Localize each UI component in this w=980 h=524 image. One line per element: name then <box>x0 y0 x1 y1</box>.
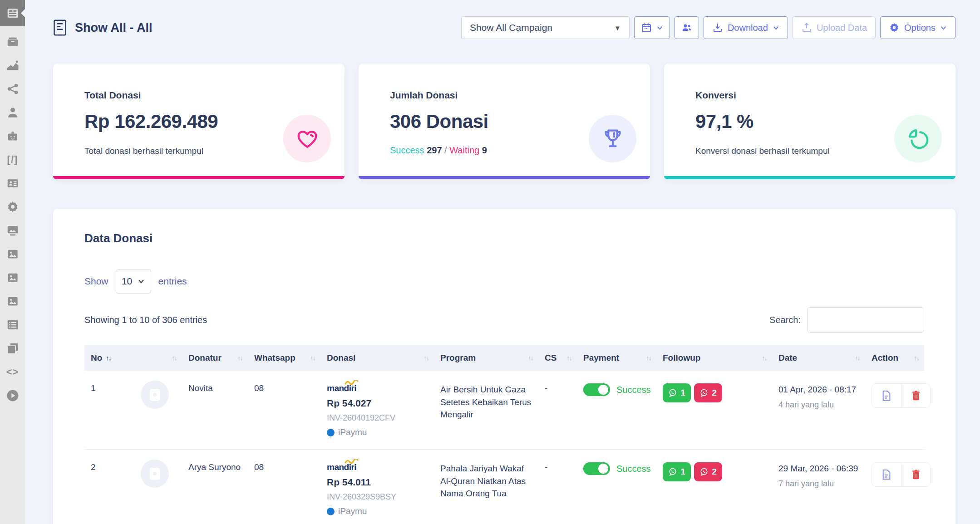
sidebar-item-list[interactable] <box>0 313 25 337</box>
sidebar-item-chart[interactable] <box>0 54 25 77</box>
options-label: Options <box>904 23 936 33</box>
sidebar-item-image[interactable] <box>0 242 25 266</box>
sidebar-item-id-card[interactable] <box>0 171 25 195</box>
donation-date: 29 Mar, 2026 - 06:39 <box>778 462 860 475</box>
search-input[interactable] <box>807 307 924 333</box>
options-button[interactable]: Options <box>880 16 955 39</box>
payment-status-toggle[interactable] <box>583 462 610 475</box>
followup-1-count: 1 <box>680 388 685 398</box>
donation-date: 01 Apr, 2026 - 08:17 <box>778 383 860 397</box>
donor-name: Novita <box>188 383 213 393</box>
users-icon <box>681 22 692 33</box>
sort-icon[interactable]: ↑↓ <box>172 354 177 362</box>
share-icon <box>6 82 20 96</box>
whatsapp-number: 08 <box>254 462 264 472</box>
sort-icon[interactable]: ↑↓ <box>310 354 315 362</box>
payment-gateway: iPaymu <box>327 506 428 516</box>
sidebar-item-image-2[interactable] <box>0 266 25 289</box>
sort-icon[interactable]: ↑↓ <box>914 354 919 362</box>
whatsapp-icon <box>699 467 709 476</box>
sort-icon[interactable]: ↑↓ <box>528 354 533 362</box>
search-label: Search: <box>769 315 801 325</box>
payment-method-logo: mandiri <box>327 383 428 393</box>
gateway-name: iPaymu <box>338 427 367 437</box>
followup-whatsapp-1-button[interactable]: 1 <box>663 462 691 481</box>
sidebar-item-table[interactable] <box>0 0 25 26</box>
sidebar-item-brackets[interactable]: [/] <box>0 148 25 171</box>
download-button[interactable]: Download <box>704 16 788 39</box>
action-button-group <box>872 383 931 408</box>
upload-data-button[interactable]: Upload Data <box>793 16 876 39</box>
image-icon <box>6 294 20 308</box>
table-header-row: No↑↓ ↑↓ Donatur↑↓ Whatsapp↑↓ Donasi↑↓ Pr… <box>84 345 924 371</box>
donors-button[interactable] <box>675 16 699 39</box>
donation-table: No↑↓ ↑↓ Donatur↑↓ Whatsapp↑↓ Donasi↑↓ Pr… <box>84 345 924 524</box>
invoice-number: INV-26040192CFV <box>327 413 428 423</box>
entries-label: entries <box>158 276 187 287</box>
col-header-whatsapp: Whatsapp <box>254 353 295 363</box>
upload-data-label: Upload Data <box>817 23 867 33</box>
gear-icon <box>6 200 20 214</box>
waiting-label: Waiting <box>449 145 479 155</box>
calendar-filter-button[interactable] <box>634 16 670 39</box>
col-header-date: Date <box>778 353 797 363</box>
sort-icon[interactable]: ↑↓ <box>424 354 428 362</box>
sort-icon[interactable]: ↑↓ <box>106 354 111 362</box>
page-title-wrap: Show All - All <box>53 19 153 36</box>
avatar-placeholder-icon <box>150 468 160 480</box>
document-icon <box>882 469 891 480</box>
relative-time: 7 hari yang lalu <box>778 479 860 489</box>
chevron-down-icon <box>656 24 663 31</box>
delete-button[interactable] <box>901 463 930 486</box>
program-name: Air Bersih Untuk Gaza Setetes Kebaikan T… <box>440 383 533 421</box>
campaign-select[interactable]: Show All Campaign ▼ <box>461 16 630 39</box>
caret-down-icon: ▼ <box>614 24 621 32</box>
sort-icon[interactable]: ↑↓ <box>237 354 242 362</box>
sort-icon[interactable]: ↑↓ <box>566 354 571 362</box>
followup-whatsapp-2-button[interactable]: 2 <box>694 383 722 402</box>
view-detail-button[interactable] <box>872 384 901 407</box>
stat-subtext: Total donasi berhasil terkumpul <box>84 146 218 156</box>
sort-icon[interactable]: ↑↓ <box>646 354 651 362</box>
gateway-dot-icon <box>327 429 335 436</box>
download-label: Download <box>728 23 768 33</box>
campaign-avatar <box>141 460 169 488</box>
sidebar-item-badge[interactable] <box>0 124 25 148</box>
gear-icon <box>889 22 900 33</box>
donation-table-card: Data Donasi Show 10 entries Showing 1 to… <box>53 209 955 524</box>
table-row: 2 Arya Suryono 08 mandiri Rp 54.011 INV-… <box>84 450 924 524</box>
view-detail-button[interactable] <box>872 463 901 486</box>
followup-whatsapp-2-button[interactable]: 2 <box>694 462 722 481</box>
col-header-no: No <box>91 353 102 363</box>
app-root: [/]<> Show All - All Show All Campaign ▼ <box>0 0 980 524</box>
col-header-donatur: Donatur <box>188 353 222 363</box>
sort-icon[interactable]: ↑↓ <box>762 354 767 362</box>
payment-gateway: iPaymu <box>327 427 428 437</box>
col-header-action: Action <box>872 353 898 363</box>
document-icon <box>882 390 891 401</box>
sidebar-item-archive[interactable] <box>0 30 25 54</box>
monitor-icon <box>6 224 20 237</box>
main-content: Show All - All Show All Campaign ▼ <box>25 0 980 524</box>
delete-button[interactable] <box>901 384 930 407</box>
topbar: Show All - All Show All Campaign ▼ <box>53 14 955 42</box>
followup-whatsapp-1-button[interactable]: 1 <box>663 383 691 402</box>
sidebar-item-play[interactable] <box>0 384 25 407</box>
sidebar-item-image-3[interactable] <box>0 289 25 313</box>
col-header-donasi: Donasi <box>327 353 355 363</box>
sort-icon[interactable]: ↑↓ <box>855 354 860 362</box>
sidebar-item-user[interactable] <box>0 101 25 124</box>
stat-cards: Total Donasi Rp 162.269.489 Total donasi… <box>53 64 955 179</box>
payment-method-logo: mandiri <box>327 462 428 472</box>
sidebar-item-code[interactable]: <> <box>0 360 25 384</box>
action-button-group <box>872 462 931 487</box>
sidebar-item-share[interactable] <box>0 77 25 101</box>
whatsapp-icon <box>668 388 677 397</box>
page-size-value: 10 <box>122 276 132 287</box>
sidebar-item-gear[interactable] <box>0 195 25 219</box>
page-size-select[interactable]: 10 <box>116 269 151 294</box>
payment-status-toggle[interactable] <box>583 383 610 396</box>
donation-amount: Rp 54.011 <box>327 477 428 488</box>
sidebar-item-monitor[interactable] <box>0 219 25 242</box>
sidebar-item-pages[interactable] <box>0 337 25 360</box>
